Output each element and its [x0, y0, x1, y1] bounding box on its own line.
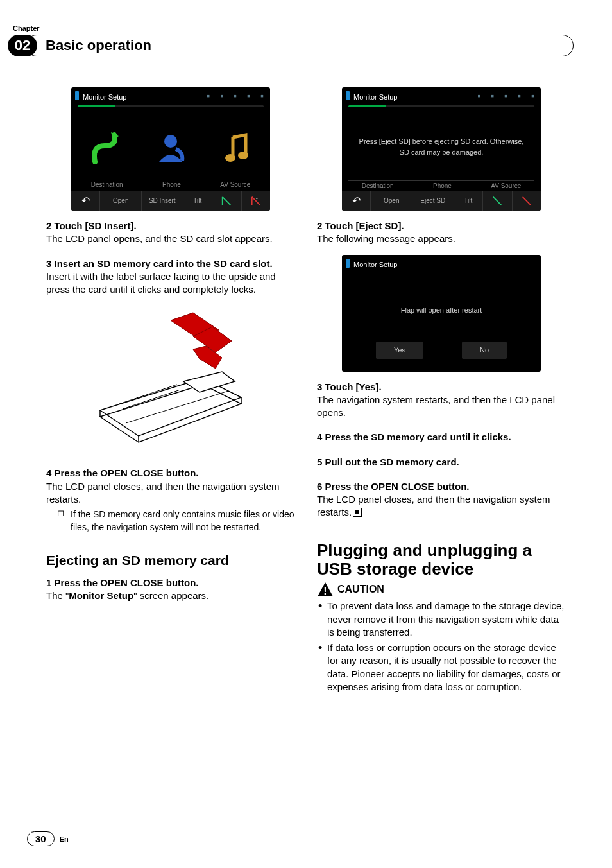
- svg-text:+: +: [226, 195, 230, 201]
- note-item: If the SD memory card only contains musi…: [71, 508, 295, 534]
- svg-line-13: [123, 390, 180, 409]
- svg-point-1: [164, 135, 177, 148]
- step-heading: 2 Touch [Eject SD].: [317, 220, 566, 232]
- screenshot-title: Monitor Setup: [353, 260, 397, 270]
- step-body: The navigation system restarts, and then…: [317, 394, 566, 420]
- bright-up-button[interactable]: [513, 191, 541, 211]
- restart-message: Flap will open after restart: [352, 304, 531, 315]
- left-column: Monitor Setup ▪ ▪ ▪ ▪ ▪: [46, 83, 295, 817]
- label-phone: Phone: [162, 180, 181, 189]
- separator: [348, 272, 534, 272]
- marker-icon: [346, 259, 350, 268]
- monitor-setup-screenshot-eject: Monitor Setup ▪ ▪ ▪ ▪ ▪ Press [Eject SD]…: [342, 87, 541, 211]
- step-heading: 3 Insert an SD memory card into the SD c…: [46, 257, 295, 270]
- section-heading: Ejecting an SD memory card: [46, 551, 295, 569]
- tab-icon: ▪: [477, 90, 480, 102]
- tab-icon: ▪: [220, 90, 223, 102]
- svg-text:-: -: [256, 195, 258, 201]
- tab-icons-row: ▪ ▪ ▪ ▪ ▪: [477, 90, 534, 102]
- bright-down-button[interactable]: [483, 191, 512, 211]
- label-destination: Destination: [91, 180, 123, 189]
- eject-sd-button[interactable]: Eject SD: [412, 191, 454, 211]
- tab-icon: ▪: [504, 90, 507, 102]
- caution-bullet: If data loss or corruption occurs on the…: [327, 641, 566, 693]
- label-phone: Phone: [433, 182, 452, 191]
- yes-button[interactable]: Yes: [376, 342, 423, 359]
- step-body: Insert it with the label surface facing …: [46, 270, 295, 297]
- chapter-title-bar: Basic operation: [26, 35, 574, 56]
- step-heading: 4 Press the SD memory card until it clic…: [317, 431, 566, 444]
- page-number: 30: [27, 831, 55, 846]
- open-button[interactable]: Open: [100, 191, 142, 211]
- screenshot-title: Monitor Setup: [83, 92, 126, 102]
- tab-icons-row: ▪ ▪ ▪ ▪ ▪: [207, 90, 264, 102]
- marker-icon: [75, 91, 79, 100]
- tab-icon: ▪: [531, 90, 534, 102]
- tab-icon: ▪: [491, 90, 494, 102]
- destination-icon: [82, 126, 127, 171]
- step-body: The following message appears.: [317, 232, 566, 245]
- music-icon: [214, 126, 259, 171]
- page-footer: 30 En: [27, 831, 69, 846]
- tab-icon: ▪: [207, 90, 210, 102]
- caution-label: CAUTION: [337, 582, 384, 596]
- right-column: Monitor Setup ▪ ▪ ▪ ▪ ▪ Press [Eject SD]…: [317, 83, 566, 817]
- section-heading-large: Plugging and unplugging a USB storage de…: [317, 541, 566, 580]
- eject-warning-message: Press [Eject SD] before ejecting SD card…: [352, 136, 531, 157]
- step-body: The LCD panel closes, and then the navig…: [317, 493, 566, 519]
- step-heading: 2 Touch [SD Insert].: [46, 220, 295, 232]
- bright-up-button[interactable]: -: [242, 191, 270, 211]
- chapter-title: Basic operation: [46, 37, 151, 54]
- back-button[interactable]: ↶: [342, 191, 371, 211]
- no-button[interactable]: No: [462, 342, 507, 359]
- step-heading: 4 Press the OPEN CLOSE button.: [46, 467, 295, 480]
- label-destination: Destination: [362, 182, 394, 191]
- step-body: The LCD panel opens, and the SD card slo…: [46, 232, 295, 245]
- tilt-button[interactable]: Tilt: [183, 191, 212, 211]
- monitor-setup-screenshot-icons: Monitor Setup ▪ ▪ ▪ ▪ ▪: [71, 87, 270, 211]
- progress-line: [78, 105, 264, 107]
- step-body: The "Monitor Setup" screen appears.: [46, 589, 295, 602]
- tilt-button[interactable]: Tilt: [454, 191, 483, 211]
- progress-line: [348, 105, 534, 107]
- bright-down-button[interactable]: +: [212, 191, 241, 211]
- label-av-source: AV Source: [220, 180, 250, 189]
- tab-icon: ▪: [247, 90, 250, 102]
- sd-insert-button[interactable]: SD Insert: [142, 191, 183, 211]
- end-section-icon: [353, 508, 362, 517]
- step-heading: 3 Touch [Yes].: [317, 381, 566, 394]
- tab-icon: ▪: [234, 90, 237, 102]
- caution-bullet: To prevent data loss and damage to the s…: [327, 600, 566, 639]
- step-body: The LCD panel closes, and then the navig…: [46, 480, 295, 507]
- marker-icon: [346, 91, 350, 100]
- warning-icon: !: [317, 582, 334, 597]
- svg-marker-11: [183, 372, 235, 392]
- step-heading: 5 Pull out the SD memory card.: [317, 456, 566, 469]
- back-button[interactable]: ↶: [71, 191, 100, 211]
- svg-line-12: [119, 385, 177, 404]
- svg-point-3: [238, 152, 248, 159]
- chapter-label: Chapter: [13, 24, 40, 32]
- sd-insert-illustration: [87, 308, 254, 455]
- chapter-number-badge: 02: [8, 35, 37, 56]
- phone-icon: [148, 126, 193, 171]
- tab-icon: ▪: [260, 90, 264, 102]
- svg-text:!: !: [323, 586, 327, 596]
- page-language: En: [60, 835, 69, 843]
- tab-icon: ▪: [518, 90, 521, 102]
- screenshot-title: Monitor Setup: [353, 92, 397, 102]
- step-heading: 1 Press the OPEN CLOSE button.: [46, 577, 295, 589]
- open-button[interactable]: Open: [371, 191, 412, 211]
- caution-row: ! CAUTION: [317, 582, 566, 597]
- svg-line-14: [126, 391, 228, 423]
- monitor-setup-screenshot-confirm: Monitor Setup Flap will open after resta…: [342, 255, 541, 372]
- label-av-source: AV Source: [491, 182, 521, 191]
- step-heading: 6 Press the OPEN CLOSE button.: [317, 480, 566, 493]
